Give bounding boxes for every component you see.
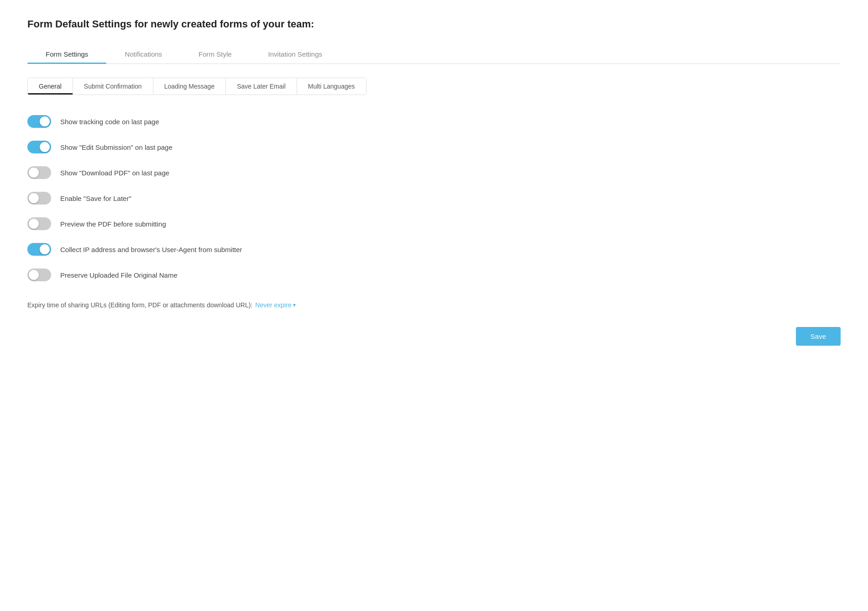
subtab-save-later-email[interactable]: Save Later Email xyxy=(226,78,297,95)
setting-label-show-tracking-code: Show tracking code on last page xyxy=(60,118,159,126)
subtab-submit-confirmation[interactable]: Submit Confirmation xyxy=(73,78,153,95)
page-title: Form Default Settings for newly created … xyxy=(27,18,841,30)
setting-preserve-filename: Preserve Uploaded File Original Name xyxy=(27,262,841,288)
footer-row: Save xyxy=(27,327,841,346)
toggle-show-download-pdf[interactable] xyxy=(27,166,51,179)
tab-form-style[interactable]: Form Style xyxy=(180,45,250,63)
toggle-preserve-filename[interactable] xyxy=(27,269,51,281)
sub-tabs: General Submit Confirmation Loading Mess… xyxy=(27,78,366,95)
toggle-collect-ip[interactable] xyxy=(27,243,51,256)
setting-label-collect-ip: Collect IP address and browser's User-Ag… xyxy=(60,246,242,253)
toggle-preview-pdf[interactable] xyxy=(27,217,51,230)
subtab-multi-languages[interactable]: Multi Languages xyxy=(297,78,366,95)
setting-show-download-pdf: Show "Download PDF" on last page xyxy=(27,160,841,185)
expiry-row: Expiry time of sharing URLs (Editing for… xyxy=(27,301,841,309)
main-tabs: Form Settings Notifications Form Style I… xyxy=(27,45,841,64)
expiry-label: Expiry time of sharing URLs (Editing for… xyxy=(27,301,252,309)
setting-label-show-edit-submission: Show "Edit Submission" on last page xyxy=(60,143,173,151)
toggle-show-tracking-code[interactable] xyxy=(27,115,51,128)
setting-enable-save-for-later: Enable "Save for Later" xyxy=(27,185,841,211)
expiry-value-dropdown[interactable]: Never expire xyxy=(255,301,295,309)
setting-label-show-download-pdf: Show "Download PDF" on last page xyxy=(60,169,169,177)
settings-list: Show tracking code on last page Show "Ed… xyxy=(27,109,841,288)
tab-notifications[interactable]: Notifications xyxy=(106,45,180,63)
tab-invitation-settings[interactable]: Invitation Settings xyxy=(250,45,340,63)
setting-show-tracking-code: Show tracking code on last page xyxy=(27,109,841,134)
setting-collect-ip: Collect IP address and browser's User-Ag… xyxy=(27,237,841,262)
toggle-enable-save-for-later[interactable] xyxy=(27,192,51,205)
setting-label-enable-save-for-later: Enable "Save for Later" xyxy=(60,195,131,202)
tab-form-settings[interactable]: Form Settings xyxy=(27,45,106,63)
toggle-show-edit-submission[interactable] xyxy=(27,141,51,153)
subtab-loading-message[interactable]: Loading Message xyxy=(153,78,226,95)
setting-show-edit-submission: Show "Edit Submission" on last page xyxy=(27,134,841,160)
save-button[interactable]: Save xyxy=(796,327,841,346)
subtab-general[interactable]: General xyxy=(28,78,73,95)
setting-label-preserve-filename: Preserve Uploaded File Original Name xyxy=(60,271,178,279)
setting-label-preview-pdf: Preview the PDF before submitting xyxy=(60,220,166,228)
setting-preview-pdf: Preview the PDF before submitting xyxy=(27,211,841,237)
